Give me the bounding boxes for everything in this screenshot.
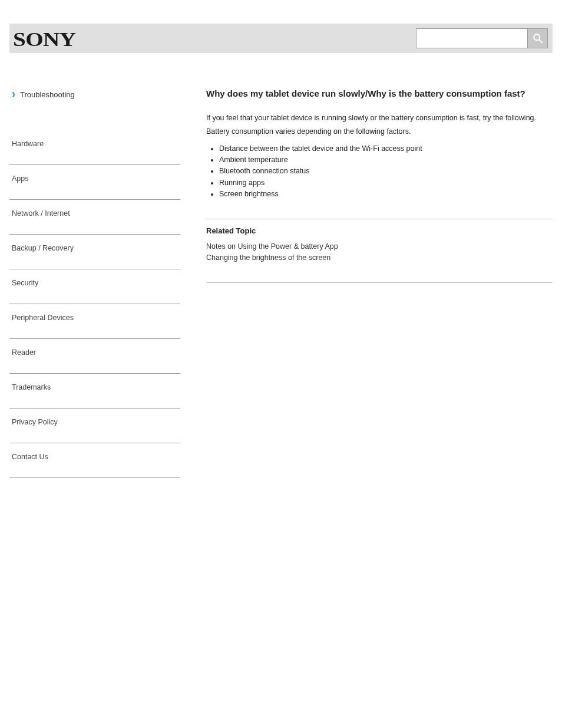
factor-list: Distance between the tablet device and t… bbox=[219, 143, 553, 200]
breadcrumb[interactable]: › Troubleshooting bbox=[12, 88, 180, 101]
sidebar-item-trademarks[interactable]: Trademarks bbox=[9, 374, 180, 409]
sidebar-item-label: Trademarks bbox=[12, 383, 51, 391]
list-item: Ambient temperature bbox=[219, 154, 553, 166]
search-input[interactable] bbox=[416, 28, 528, 48]
sidebar-item-label: Reader bbox=[12, 348, 36, 357]
related-link[interactable]: Changing the brightness of the screen bbox=[206, 252, 553, 263]
sidebar: › Troubleshooting Hardware Apps Network … bbox=[9, 88, 180, 478]
sidebar-item-label: Hardware bbox=[12, 140, 44, 148]
divider bbox=[206, 282, 553, 283]
list-item: Distance between the tablet device and t… bbox=[219, 143, 553, 154]
sidebar-item-label: Backup / Recovery bbox=[12, 244, 74, 252]
sidebar-item-label: Privacy Policy bbox=[12, 418, 58, 426]
sidebar-item-peripheral[interactable]: Peripheral Devices bbox=[9, 304, 180, 339]
lead-paragraph: If you feel that your tablet device is r… bbox=[206, 113, 553, 124]
list-item: Bluetooth connection status bbox=[219, 166, 553, 177]
related-topic-heading: Related Topic bbox=[206, 226, 553, 235]
divider bbox=[206, 219, 553, 219]
sidebar-item-label: Network / Internet bbox=[12, 209, 70, 218]
list-item: Screen brightness bbox=[219, 189, 553, 200]
sidebar-item-hardware[interactable]: Hardware bbox=[9, 130, 180, 165]
search-button[interactable] bbox=[528, 28, 548, 48]
sidebar-item-apps[interactable]: Apps bbox=[9, 165, 180, 200]
sidebar-item-security[interactable]: Security bbox=[9, 269, 180, 304]
sidebar-nav: Hardware Apps Network / Internet Backup … bbox=[9, 130, 180, 478]
sidebar-item-label: Security bbox=[12, 279, 38, 287]
search-icon bbox=[532, 32, 544, 44]
sidebar-item-network[interactable]: Network / Internet bbox=[9, 200, 180, 235]
header-bar: SONY bbox=[9, 24, 553, 53]
related-link[interactable]: Notes on Using the Power & battery App bbox=[206, 241, 553, 252]
sidebar-item-label: Apps bbox=[12, 174, 29, 183]
sidebar-item-privacy[interactable]: Privacy Policy bbox=[9, 409, 180, 443]
sidebar-item-contact[interactable]: Contact Us bbox=[9, 443, 180, 478]
sidebar-item-backup[interactable]: Backup / Recovery bbox=[9, 235, 180, 269]
page-title: Why does my tablet device run slowly/Why… bbox=[206, 88, 553, 98]
related-topic-list: Notes on Using the Power & battery App C… bbox=[206, 241, 553, 263]
main-content: Why does my tablet device run slowly/Why… bbox=[180, 88, 553, 478]
search-wrap bbox=[416, 28, 548, 48]
sidebar-item-label: Peripheral Devices bbox=[12, 314, 74, 322]
list-item: Running apps bbox=[219, 177, 553, 189]
svg-line-1 bbox=[539, 40, 542, 43]
chevron-right-icon: › bbox=[12, 87, 15, 102]
brand-logo: SONY bbox=[13, 28, 75, 51]
sidebar-item-label: Contact Us bbox=[12, 453, 48, 461]
sub-paragraph: Battery consumption varies depending on … bbox=[206, 126, 553, 137]
breadcrumb-label: Troubleshooting bbox=[20, 90, 75, 99]
sidebar-item-reader[interactable]: Reader bbox=[9, 339, 180, 374]
